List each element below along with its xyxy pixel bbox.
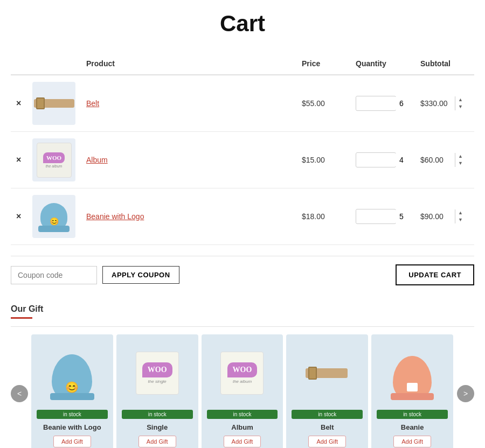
- quantity-stepper: ▲ ▼: [356, 209, 396, 224]
- gift-item: WOO the single in stock Single Add Gift: [116, 334, 198, 448]
- coupon-section: [11, 266, 97, 284]
- quantity-cell: ▲ ▼: [350, 132, 415, 188]
- product-name-cell: Album: [81, 132, 296, 188]
- col-header-image: [27, 53, 81, 75]
- in-stock-badge: in stock: [292, 410, 363, 419]
- gift-item: 😊 in stock Beanie with Logo Add Gift: [31, 334, 113, 448]
- remove-cell: ×: [11, 75, 27, 132]
- product-name-cell: Beanie with Logo: [81, 188, 296, 245]
- gift-items: 😊 in stock Beanie with Logo Add Gift WOO…: [31, 334, 454, 448]
- cart-actions: APPLY COUPON UPDATE CART: [11, 256, 474, 293]
- item-price: $15.00: [302, 156, 325, 164]
- price-cell: $55.00: [296, 75, 350, 132]
- gift-item: in stock Belt Add Gift: [286, 334, 368, 448]
- add-gift-button[interactable]: Add Gift: [308, 436, 346, 447]
- add-gift-button[interactable]: Add Gift: [138, 436, 176, 447]
- product-image: [32, 82, 75, 125]
- remove-item-button[interactable]: ×: [16, 155, 21, 165]
- table-row: × WOO the album Album $15.00 ▲ ▼ $60.00: [11, 132, 474, 188]
- gift-item-name: Belt: [321, 423, 334, 431]
- qty-up-button[interactable]: ▲: [455, 96, 466, 103]
- item-subtotal: $330.00: [420, 99, 448, 108]
- gift-item: WOO the album in stock Album Add Gift: [202, 334, 283, 448]
- gift-product-image: [292, 341, 363, 405]
- remove-cell: ×: [11, 188, 27, 245]
- col-header-remove: [11, 53, 27, 75]
- item-subtotal: $60.00: [420, 156, 444, 164]
- gift-item: in stock Beanie Add Gift: [371, 334, 453, 448]
- gift-section: Our Gift < 😊 in stock Beanie with Logo A…: [11, 304, 474, 448]
- col-header-quantity: Quantity: [350, 53, 415, 75]
- image-cell: 😊: [27, 188, 81, 245]
- gift-item-name: Beanie with Logo: [43, 423, 101, 431]
- qty-down-button[interactable]: ▼: [455, 216, 466, 223]
- price-cell: $15.00: [296, 132, 350, 188]
- item-price: $18.00: [302, 212, 325, 221]
- gift-product-image: [377, 341, 448, 405]
- quantity-cell: ▲ ▼: [350, 75, 415, 132]
- quantity-stepper: ▲ ▼: [356, 96, 396, 111]
- in-stock-badge: in stock: [207, 410, 278, 419]
- product-link[interactable]: Beanie with Logo: [86, 212, 144, 221]
- image-cell: [27, 75, 81, 132]
- col-header-price: Price: [296, 53, 350, 75]
- qty-down-button[interactable]: ▼: [455, 103, 466, 110]
- page-container: Cart Product Price Quantity Subtotal × B…: [0, 0, 485, 448]
- gift-underline: [11, 317, 32, 319]
- apply-coupon-button[interactable]: APPLY COUPON: [102, 266, 179, 284]
- carousel-prev-button[interactable]: <: [11, 385, 28, 402]
- product-image: WOO the album: [32, 138, 75, 181]
- coupon-input[interactable]: [11, 266, 97, 284]
- col-header-product: Product: [81, 53, 296, 75]
- add-gift-button[interactable]: Add Gift: [224, 436, 261, 447]
- qty-up-button[interactable]: ▲: [455, 153, 466, 160]
- remove-item-button[interactable]: ×: [16, 212, 21, 221]
- gift-carousel: < 😊 in stock Beanie with Logo Add Gift W…: [11, 334, 474, 448]
- gift-item-name: Single: [147, 423, 168, 431]
- product-link[interactable]: Album: [86, 156, 108, 164]
- gift-item-name: Album: [231, 423, 253, 431]
- remove-item-button[interactable]: ×: [16, 99, 21, 108]
- gift-product-image: WOO the album: [207, 341, 278, 405]
- page-title: Cart: [11, 11, 474, 37]
- in-stock-badge: in stock: [377, 410, 448, 419]
- item-price: $55.00: [302, 99, 325, 108]
- item-subtotal: $90.00: [420, 212, 444, 221]
- gift-section-title: Our Gift: [11, 304, 474, 314]
- gift-product-image: 😊: [37, 341, 108, 405]
- col-header-subtotal: Subtotal: [415, 53, 474, 75]
- image-cell: WOO the album: [27, 132, 81, 188]
- product-name-cell: Belt: [81, 75, 296, 132]
- gift-item-name: Beanie: [401, 423, 424, 431]
- quantity-stepper: ▲ ▼: [356, 152, 396, 167]
- price-cell: $18.00: [296, 188, 350, 245]
- table-row: × Belt $55.00 ▲ ▼ $330.00: [11, 75, 474, 132]
- product-link[interactable]: Belt: [86, 99, 99, 108]
- quantity-cell: ▲ ▼: [350, 188, 415, 245]
- carousel-next-button[interactable]: >: [457, 385, 474, 402]
- gift-divider: [11, 326, 474, 327]
- product-image: 😊: [32, 195, 75, 238]
- in-stock-badge: in stock: [37, 410, 108, 419]
- cart-table: Product Price Quantity Subtotal × Belt $…: [11, 53, 474, 245]
- add-gift-button[interactable]: Add Gift: [53, 436, 91, 447]
- qty-down-button[interactable]: ▼: [455, 160, 466, 167]
- add-gift-button[interactable]: Add Gift: [393, 436, 431, 447]
- qty-up-button[interactable]: ▲: [455, 209, 466, 216]
- table-row: × 😊 Beanie with Logo $18.00 ▲ ▼: [11, 188, 474, 245]
- update-cart-button[interactable]: UPDATE CART: [396, 264, 474, 285]
- in-stock-badge: in stock: [122, 410, 193, 419]
- remove-cell: ×: [11, 132, 27, 188]
- gift-product-image: WOO the single: [122, 341, 193, 405]
